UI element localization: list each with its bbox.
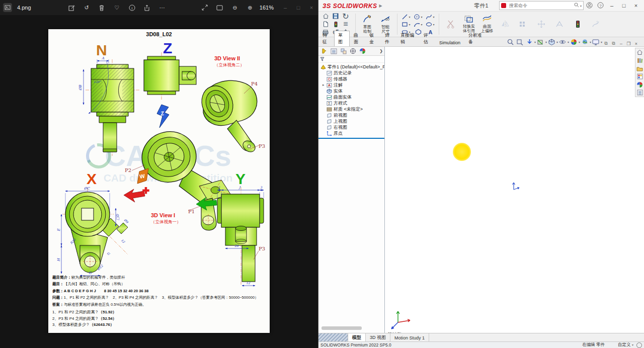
tree-item-right-plane[interactable]: 右视图 <box>318 124 384 130</box>
mirror-entities-button[interactable] <box>496 13 514 36</box>
view-settings-icon[interactable] <box>591 38 601 46</box>
customize-menu[interactable]: 自定义 ▾ <box>618 342 633 348</box>
tree-item-front-plane[interactable]: 前视图 <box>318 112 384 118</box>
design-library-icon[interactable] <box>636 56 643 64</box>
rollback-bar[interactable] <box>318 138 384 139</box>
tree-item-surface-bodies[interactable]: 曲面实体 <box>318 94 384 100</box>
maximize-button[interactable]: □ <box>618 3 630 9</box>
tree-item-history[interactable]: 历史记录 <box>318 70 384 76</box>
tree-item-sensors[interactable]: 传感器 <box>318 76 384 82</box>
ellipse-tool-icon[interactable]: ▾ <box>424 21 436 28</box>
linear-pattern-button[interactable] <box>514 13 532 36</box>
rebuild-icon[interactable] <box>331 21 340 28</box>
panel-expand-arrow[interactable]: ❯ <box>379 49 384 53</box>
tree-item-top-plane[interactable]: 上视图 <box>318 118 384 124</box>
search-input[interactable] <box>508 3 573 9</box>
tab-scroll-area[interactable] <box>318 333 348 341</box>
display-style-icon[interactable] <box>547 38 556 46</box>
tree-item-material[interactable]: 材质 <未指定> <box>318 106 384 112</box>
displaymanager-tab-icon[interactable] <box>358 47 367 55</box>
arc-tool-icon[interactable]: ▾ <box>412 21 424 28</box>
spline-tool-icon[interactable]: ▾ <box>424 14 436 20</box>
tree-item-equations[interactable]: Σ 方程式 <box>318 100 384 106</box>
appearances-icon[interactable] <box>569 38 579 46</box>
command-search[interactable]: ▾ <box>499 1 584 10</box>
units-globe-icon[interactable] <box>636 342 642 348</box>
view-palette-icon[interactable] <box>636 72 643 80</box>
tree-item-solid-bodies[interactable]: 实体 <box>318 88 384 94</box>
sketch-color-button[interactable] <box>569 13 587 36</box>
display-relations-button[interactable] <box>550 13 569 36</box>
dimxpertmanager-tab-icon[interactable] <box>348 47 358 55</box>
doc-close-icon[interactable]: × <box>632 41 640 46</box>
info-icon[interactable]: i <box>124 0 139 15</box>
rotate-icon[interactable]: ↺ <box>79 0 94 15</box>
save-icon[interactable] <box>331 13 340 20</box>
featuremanager-tab-icon[interactable] <box>319 47 329 55</box>
rapid-sketch-button[interactable] <box>587 13 605 36</box>
tree-item-origin[interactable]: 原点 <box>318 130 384 136</box>
properties-list-icon[interactable]: ≡ <box>341 21 350 28</box>
tab-surfaces[interactable]: 曲面 <box>350 31 365 46</box>
tab-sheet-metal[interactable]: 钣金 <box>365 31 381 46</box>
delete-icon[interactable] <box>94 0 109 15</box>
tree-filter[interactable] <box>318 56 384 63</box>
tab-3d-views[interactable]: 3D 视图 <box>366 333 390 341</box>
doc-cascade-icon[interactable]: ⧉ <box>610 41 617 46</box>
more-options-icon[interactable]: ⋯ <box>154 0 170 15</box>
solidworks-resources-icon[interactable] <box>636 48 643 56</box>
favorite-icon[interactable]: ♡ <box>109 0 124 15</box>
tab-model[interactable]: 模型 <box>348 333 366 341</box>
hide-show-items-icon[interactable] <box>558 38 568 46</box>
tab-weldments[interactable]: 焊件 <box>381 31 396 46</box>
zoom-area-icon[interactable] <box>515 38 525 46</box>
zoom-fit-icon[interactable] <box>506 38 515 46</box>
tree-item-annotations[interactable]: ▸ A 注解 <box>318 82 384 88</box>
minimize-button[interactable]: – <box>606 3 618 9</box>
doc-restore-icon[interactable]: ❐ <box>625 41 632 46</box>
close-button[interactable]: × <box>630 3 642 9</box>
tab-sketch[interactable]: 草图 <box>334 31 350 46</box>
photos-maximize-button[interactable]: □ <box>292 5 305 11</box>
help-icon[interactable]: ? <box>595 2 606 10</box>
fullscreen-icon[interactable] <box>197 0 212 15</box>
file-explorer-icon[interactable] <box>636 64 643 72</box>
tab-evaluate[interactable]: 评估 <box>420 31 435 46</box>
propertymanager-tab-icon[interactable] <box>329 47 339 55</box>
scene-icon[interactable] <box>580 38 590 46</box>
configurationmanager-tab-icon[interactable] <box>339 47 348 55</box>
tree-scrollbar[interactable] <box>321 326 362 330</box>
appearances-scenes-icon[interactable] <box>636 80 643 89</box>
menu-expand-arrow[interactable]: ▶ <box>379 4 382 8</box>
zoom-out-icon[interactable]: ⊖ <box>227 0 243 15</box>
tree-root[interactable]: 零件1 (Default)<<Default>_Photo <box>318 64 384 70</box>
photos-app-icon[interactable] <box>3 3 12 12</box>
graphics-area[interactable]: *等轴测 <box>385 47 644 333</box>
circle-tool-icon[interactable]: ▾ <box>412 14 424 20</box>
zoom-in-icon[interactable]: ⊕ <box>243 0 258 15</box>
fit-to-window-icon[interactable] <box>212 0 227 15</box>
rectangle-tool-icon[interactable]: ▾ <box>400 21 412 28</box>
doc-minimize-icon[interactable]: – <box>617 41 625 46</box>
tab-analysis-preparation[interactable]: 分析准备 <box>464 31 488 46</box>
move-entities-button[interactable] <box>532 13 550 36</box>
photos-close-button[interactable]: × <box>305 5 318 11</box>
photos-minimize-button[interactable]: – <box>279 5 292 11</box>
tab-features[interactable]: 特征 <box>318 31 334 46</box>
tab-direct-editing[interactable]: 直接编辑 <box>396 31 420 46</box>
trim-entities-button[interactable] <box>442 13 460 36</box>
tab-motion-study[interactable]: Motion Study 1 <box>390 333 429 341</box>
new-document-icon[interactable] <box>321 21 330 28</box>
expand-arrow-icon[interactable]: ▸ <box>323 83 327 87</box>
view-orientation-icon[interactable] <box>525 38 534 46</box>
line-tool-icon[interactable]: ▾ <box>400 14 412 20</box>
custom-properties-icon[interactable] <box>636 89 643 97</box>
tab-simulation[interactable]: Simulation <box>435 39 464 46</box>
share-icon[interactable] <box>139 0 154 15</box>
user-account-icon[interactable] <box>584 2 595 10</box>
search-magnifier-icon[interactable] <box>574 3 579 9</box>
edit-icon[interactable] <box>64 0 79 15</box>
redo-icon[interactable]: ↻ <box>341 13 350 20</box>
home-icon[interactable] <box>321 13 330 20</box>
section-view-icon[interactable] <box>536 38 545 46</box>
